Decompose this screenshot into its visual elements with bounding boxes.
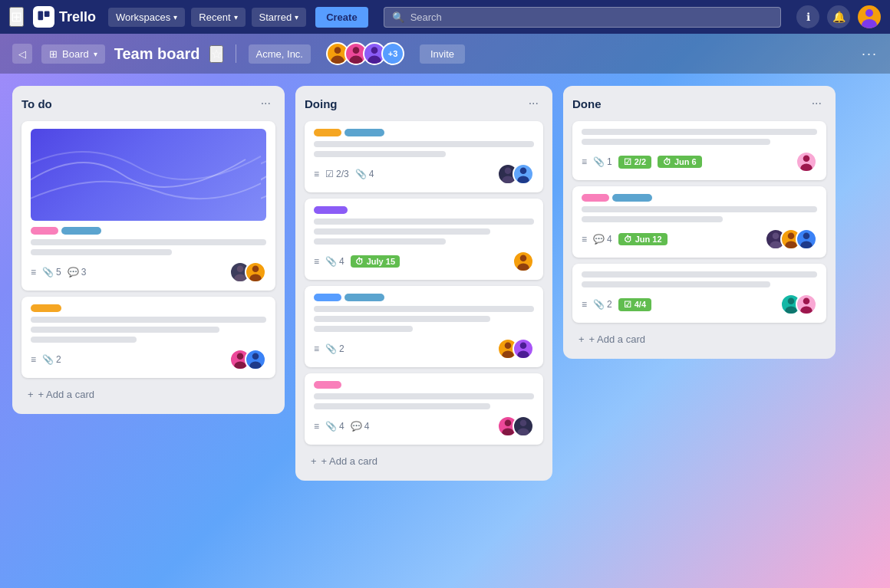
- card-footer: ≡ 📎 1 ☑ 2/2 ⏱ Jun 6: [582, 151, 817, 172]
- card-attachments: 📎 5: [42, 267, 61, 278]
- card-avatar: [245, 349, 266, 370]
- card-done-2[interactable]: ≡ 💬 4 ⏱ Jun 12: [572, 186, 826, 258]
- card-comments: 💬 3: [68, 267, 87, 278]
- info-button[interactable]: ℹ: [796, 5, 819, 28]
- plus-icon: +: [578, 333, 585, 345]
- svg-point-6: [353, 47, 360, 54]
- card-labels: [314, 129, 534, 136]
- column-menu-todo[interactable]: ···: [256, 95, 275, 112]
- add-card-button-doing[interactable]: + + Add a card: [305, 451, 543, 471]
- svg-point-2: [865, 9, 873, 17]
- card-labels: [582, 194, 817, 202]
- invite-button[interactable]: Invite: [420, 44, 465, 64]
- card-due-date: ⏱ Jun 6: [658, 156, 702, 168]
- card-meta-group: ≡ 📎 5 💬 3: [31, 267, 223, 278]
- label-pink: [314, 381, 341, 389]
- card-text: [314, 218, 534, 225]
- search-bar[interactable]: 🔍: [384, 7, 781, 28]
- card-text: [31, 327, 219, 333]
- card-member-avatars: [513, 251, 534, 272]
- svg-point-16: [252, 353, 259, 360]
- card-labels: [314, 206, 534, 214]
- search-input[interactable]: [410, 11, 773, 23]
- card-text: [314, 228, 490, 235]
- svg-point-27: [517, 351, 529, 360]
- card-avatar: [796, 294, 817, 315]
- star-board-button[interactable]: ☆: [209, 45, 223, 63]
- card-footer: ≡ 📎 2: [31, 349, 266, 370]
- column-title-done: Done: [572, 97, 602, 110]
- card-text: [582, 129, 817, 135]
- svg-point-39: [800, 241, 812, 250]
- card-doing-4[interactable]: ≡ 📎 4 💬 4: [305, 373, 543, 445]
- column-menu-doing[interactable]: ···: [524, 95, 543, 112]
- collapse-sidebar-button[interactable]: ◁: [12, 44, 32, 64]
- svg-point-9: [368, 56, 381, 65]
- svg-rect-0: [38, 11, 44, 21]
- board-view-selector[interactable]: ⊞ Board ▾: [41, 44, 105, 64]
- card-text: [314, 151, 446, 157]
- workspace-selector[interactable]: Acme, Inc.: [249, 44, 311, 64]
- svg-point-31: [517, 429, 529, 437]
- card-text: [582, 271, 817, 278]
- card-avatar: [513, 251, 534, 272]
- card-text: [582, 206, 817, 212]
- card-meta-group: ≡ 💬 4 ⏱ Jun 12: [582, 233, 759, 245]
- starred-menu[interactable]: Starred ▾: [252, 8, 307, 27]
- search-icon: 🔍: [392, 11, 404, 23]
- card-footer: ≡ 📎 2: [314, 338, 534, 360]
- card-text: [31, 249, 172, 255]
- create-button[interactable]: Create: [315, 7, 368, 28]
- card-attachments: 📎 2: [42, 354, 61, 365]
- card-description-icon: ≡: [31, 267, 36, 278]
- label-blue: [314, 294, 341, 301]
- add-card-button-todo[interactable]: + + Add a card: [21, 384, 275, 405]
- card-avatar: [245, 261, 266, 283]
- svg-point-20: [520, 167, 527, 174]
- label-blue: [612, 194, 652, 202]
- svg-point-15: [234, 362, 246, 370]
- label-yellow: [31, 304, 61, 312]
- label-pink: [31, 227, 58, 235]
- card-member-avatars: [229, 261, 266, 283]
- card-attachments: 📎 1: [593, 156, 612, 167]
- card-member-avatars: [497, 338, 534, 360]
- card-done-3[interactable]: ≡ 📎 2 ☑ 4/4: [572, 264, 826, 323]
- svg-point-7: [349, 56, 362, 65]
- trello-logo[interactable]: Trello: [33, 6, 96, 28]
- column-menu-done[interactable]: ···: [807, 95, 826, 112]
- card-done-1[interactable]: ≡ 📎 1 ☑ 2/2 ⏱ Jun 6: [572, 121, 826, 180]
- card-labels: [314, 294, 534, 301]
- svg-point-10: [237, 265, 244, 272]
- workspaces-menu[interactable]: Workspaces ▾: [108, 8, 185, 27]
- card-text: [31, 337, 137, 343]
- card-todo-2[interactable]: ≡ 📎 2: [21, 297, 275, 378]
- notifications-button[interactable]: 🔔: [827, 5, 850, 28]
- card-attachments: 📎 4: [325, 256, 344, 267]
- user-avatar[interactable]: [858, 5, 881, 28]
- card-todo-1[interactable]: ≡ 📎 5 💬 3: [21, 121, 275, 291]
- board-more-options[interactable]: ···: [862, 46, 878, 62]
- board-icon: ⊞: [49, 48, 58, 60]
- card-labels: [314, 381, 534, 389]
- card-attachments: 📎 4: [355, 169, 374, 179]
- card-doing-2[interactable]: ≡ 📎 4 ⏱ July 15: [305, 199, 543, 280]
- svg-point-13: [249, 274, 261, 283]
- card-comments: 💬 4: [593, 234, 612, 245]
- card-doing-1[interactable]: ≡ ☑ 2/3 📎 4: [305, 121, 543, 192]
- svg-point-40: [788, 297, 795, 304]
- card-avatar: [513, 163, 534, 185]
- card-meta-group: ≡ 📎 4 ⏱ July 15: [314, 255, 506, 268]
- card-footer: ≡ 💬 4 ⏱ Jun 12: [582, 228, 817, 250]
- recent-menu[interactable]: Recent ▾: [191, 8, 245, 27]
- card-meta-group: ≡ 📎 1 ☑ 2/2 ⏱ Jun 6: [582, 156, 789, 169]
- add-card-button-done[interactable]: + + Add a card: [572, 329, 826, 350]
- card-doing-3[interactable]: ≡ 📎 2: [305, 286, 543, 367]
- card-checklist-badge: ☑ 4/4: [618, 298, 651, 311]
- member-avatars-overflow[interactable]: +3: [381, 42, 404, 65]
- comment-icon: 💬: [68, 267, 79, 278]
- grid-icon[interactable]: ⊞: [9, 7, 24, 27]
- card-checklist-badge: ☑ 2/2: [618, 156, 651, 169]
- card-member-avatars: [796, 151, 817, 172]
- board-title: Team board: [114, 45, 200, 63]
